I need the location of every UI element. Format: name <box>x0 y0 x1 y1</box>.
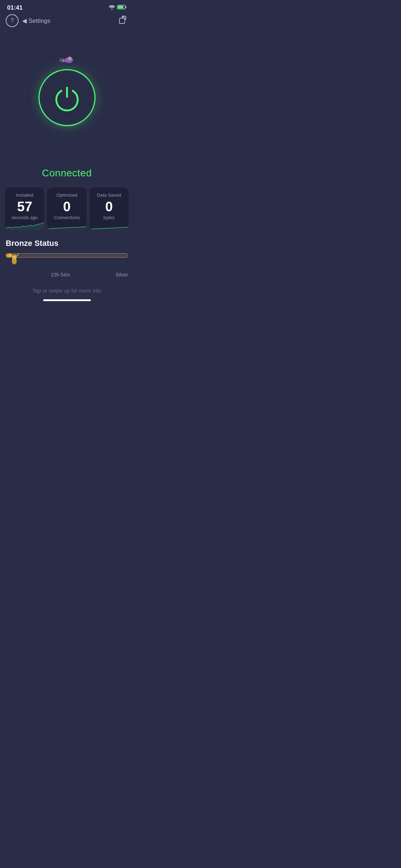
progress-next-level: Silver <box>115 272 128 278</box>
progress-track <box>6 253 128 258</box>
progress-time: 23h 54m <box>6 272 115 278</box>
stat-label-installed: Installed <box>9 192 41 198</box>
nav-left: ? ◀ Settings <box>6 14 50 27</box>
svg-rect-3 <box>119 18 125 24</box>
bronze-title: Bronze Status <box>6 239 128 248</box>
nav-bar: ? ◀ Settings <box>0 13 134 30</box>
stat-label-datasaved: Data Saved <box>93 192 125 198</box>
svg-rect-1 <box>125 6 127 8</box>
progress-mascot <box>6 253 23 270</box>
stat-card-optimized: Optimized 0 Connections <box>47 187 86 230</box>
stat-chart-optimized <box>47 217 86 230</box>
home-indicator[interactable] <box>43 299 91 301</box>
radar-area <box>0 33 134 162</box>
status-time: 01:41 <box>7 4 22 11</box>
battery-icon <box>117 5 127 11</box>
stat-value-datasaved: 0 <box>93 200 125 213</box>
stat-value-optimized: 0 <box>51 200 83 213</box>
bronze-section: Bronze Status 23h 54m Sil <box>0 236 134 283</box>
connection-status: Connected <box>0 167 134 179</box>
status-bar: 01:41 <box>0 0 134 13</box>
svg-rect-2 <box>118 6 123 9</box>
power-button[interactable] <box>38 69 96 126</box>
stat-chart-datasaved <box>89 217 129 230</box>
svg-point-16 <box>13 257 14 258</box>
stat-card-installed: Installed 57 seconds ago <box>5 187 44 230</box>
stat-card-datasaved: Data Saved 0 bytes <box>89 187 129 230</box>
progress-container <box>6 253 128 268</box>
status-icons <box>109 5 127 11</box>
stat-chart-installed <box>5 217 44 230</box>
svg-point-17 <box>15 257 15 258</box>
help-icon: ? <box>11 17 14 24</box>
share-button[interactable] <box>119 15 128 26</box>
stat-value-installed: 57 <box>9 200 41 213</box>
progress-labels: 23h 54m Silver <box>6 272 128 278</box>
help-button[interactable]: ? <box>6 14 19 27</box>
wifi-icon <box>109 5 115 11</box>
hermes-icon <box>6 253 23 268</box>
mascot <box>56 55 78 68</box>
stat-label-optimized: Optimized <box>51 192 83 198</box>
stats-row: Installed 57 seconds ago Optimized 0 Con… <box>0 179 134 236</box>
power-icon <box>53 83 81 112</box>
back-button[interactable]: ◀ Settings <box>22 17 50 25</box>
bottom-hint: Tap or swipe up for more info <box>0 283 134 296</box>
